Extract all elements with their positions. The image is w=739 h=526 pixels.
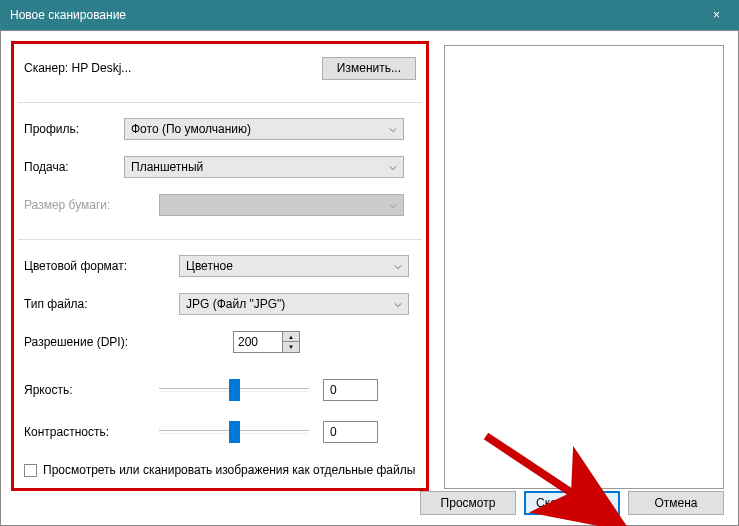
- brightness-label: Яркость:: [24, 383, 159, 397]
- color-row: Цветовой формат: Цветное: [24, 254, 416, 278]
- chevron-down-icon: [389, 199, 397, 213]
- filetype-select[interactable]: JPG (Файл "JPG"): [179, 293, 409, 315]
- color-select[interactable]: Цветное: [179, 255, 409, 277]
- source-select[interactable]: Планшетный: [124, 156, 404, 178]
- scanner-label: Сканер: HP Deskj...: [24, 61, 322, 75]
- paper-label: Размер бумаги:: [24, 198, 159, 212]
- brightness-slider[interactable]: [159, 388, 309, 392]
- close-icon: ×: [713, 8, 720, 22]
- dialog-body: Сканер: HP Deskj... Изменить... Профиль:…: [0, 30, 739, 526]
- preview-button[interactable]: Просмотр: [420, 491, 516, 515]
- dpi-row: Разрешение (DPI): 200 ▲ ▼: [24, 330, 416, 354]
- separator: [18, 239, 422, 240]
- settings-panel: Сканер: HP Deskj... Изменить... Профиль:…: [11, 41, 429, 491]
- contrast-label: Контрастность:: [24, 425, 159, 439]
- spin-up-icon[interactable]: ▲: [283, 332, 299, 342]
- preview-checkbox-label: Просмотреть или сканировать изображения …: [43, 462, 415, 479]
- change-scanner-button[interactable]: Изменить...: [322, 57, 416, 80]
- separator: [18, 102, 422, 103]
- filetype-label: Тип файла:: [24, 297, 159, 311]
- brightness-value[interactable]: 0: [323, 379, 378, 401]
- dpi-input[interactable]: 200: [233, 331, 283, 353]
- spin-down-icon[interactable]: ▼: [283, 342, 299, 352]
- dpi-label: Разрешение (DPI):: [24, 335, 159, 349]
- contrast-slider[interactable]: [159, 430, 309, 434]
- preview-checkbox-row: Просмотреть или сканировать изображения …: [24, 462, 416, 479]
- source-row: Подача: Планшетный: [24, 155, 416, 179]
- brightness-row: Яркость: 0: [24, 378, 416, 402]
- chevron-down-icon: [394, 298, 402, 312]
- color-label: Цветовой формат:: [24, 259, 159, 273]
- chevron-down-icon: [394, 260, 402, 274]
- cancel-button[interactable]: Отмена: [628, 491, 724, 515]
- profile-row: Профиль: Фото (По умолчанию): [24, 117, 416, 141]
- slider-thumb[interactable]: [229, 379, 240, 401]
- close-button[interactable]: ×: [694, 0, 739, 30]
- scan-button[interactable]: Сканировать: [524, 491, 620, 515]
- scanner-row: Сканер: HP Deskj... Изменить...: [24, 56, 416, 80]
- paper-select: [159, 194, 404, 216]
- contrast-value[interactable]: 0: [323, 421, 378, 443]
- profile-label: Профиль:: [24, 122, 124, 136]
- source-label: Подача:: [24, 160, 124, 174]
- chevron-down-icon: [389, 123, 397, 137]
- paper-row: Размер бумаги:: [24, 193, 416, 217]
- contrast-row: Контрастность: 0: [24, 420, 416, 444]
- preview-area: [444, 45, 724, 489]
- profile-select[interactable]: Фото (По умолчанию): [124, 118, 404, 140]
- title-bar: Новое сканирование ×: [0, 0, 739, 30]
- slider-thumb[interactable]: [229, 421, 240, 443]
- chevron-down-icon: [389, 161, 397, 175]
- filetype-row: Тип файла: JPG (Файл "JPG"): [24, 292, 416, 316]
- action-buttons: Просмотр Сканировать Отмена: [420, 491, 724, 515]
- preview-checkbox[interactable]: [24, 464, 37, 477]
- window-title: Новое сканирование: [10, 8, 126, 22]
- dpi-spinner[interactable]: ▲ ▼: [283, 331, 300, 353]
